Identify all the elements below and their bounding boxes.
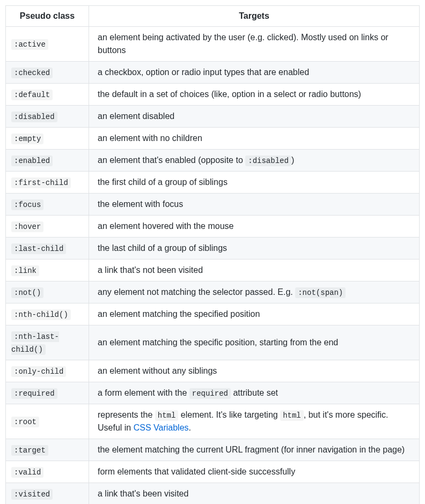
table-row: :focusthe element with focus — [6, 194, 420, 216]
targets-cell: represents the html element. It's like t… — [89, 404, 420, 439]
desc-text: the first child of a group of siblings — [98, 177, 228, 187]
pseudo-class-cell: :checked — [6, 62, 89, 84]
desc-text: an element that's enabled (opposite to — [98, 155, 245, 165]
inline-code: html — [280, 410, 304, 421]
desc-text: any element not matching the selector pa… — [98, 287, 295, 297]
desc-text: an element hovered with the mouse — [98, 221, 233, 231]
targets-cell: a link that's not been visited — [89, 260, 420, 281]
targets-cell: a link that's been visited — [89, 483, 420, 505]
table-row: :emptyan element with no children — [6, 128, 420, 150]
desc-text: attribute set — [231, 388, 278, 397]
desc-text: a link that's not been visited — [98, 265, 203, 275]
pseudo-class-cell: :enabled — [6, 150, 89, 172]
pseudo-class-code: :valid — [11, 467, 43, 478]
table-row: :rootrepresents the html element. It's l… — [6, 404, 420, 439]
table-row: :first-childthe first child of a group o… — [6, 172, 420, 194]
pseudo-class-code: :only-child — [11, 366, 66, 377]
desc-text: the default in a set of choices (like, o… — [98, 90, 361, 99]
table-row: :last-childthe last child of a group of … — [6, 238, 420, 260]
table-row: :targetthe element matching the current … — [6, 439, 420, 461]
desc-text: a link that's been visited — [98, 489, 188, 498]
pseudo-class-cell: :nth-child() — [6, 303, 89, 325]
desc-text: an element without any siblings — [98, 366, 217, 375]
pseudo-class-cell: :empty — [6, 128, 89, 150]
targets-cell: the element matching the current URL fra… — [89, 439, 420, 461]
table-row: :nth-last-child()an element matching the… — [6, 325, 420, 360]
desc-text: the element matching the current URL fra… — [98, 445, 405, 454]
doc-link[interactable]: CSS Variables — [134, 423, 189, 432]
pseudo-class-cell: :active — [6, 27, 89, 62]
targets-cell: any element not matching the selector pa… — [89, 281, 420, 303]
inline-code: html — [155, 410, 179, 421]
pseudo-class-cell: :not() — [6, 281, 89, 303]
pseudo-class-code: :target — [11, 445, 48, 456]
pseudo-class-code: :not() — [11, 287, 43, 298]
pseudo-class-table: Pseudo class Targets :activean element b… — [5, 5, 420, 504]
inline-code: required — [189, 388, 231, 399]
pseudo-class-cell: :only-child — [6, 360, 89, 382]
pseudo-class-cell: :last-child — [6, 238, 89, 260]
table-row: :validform elements that validated clien… — [6, 461, 420, 483]
desc-text: a form element with the — [98, 388, 189, 397]
pseudo-class-code: :empty — [11, 134, 43, 144]
table-row: :checkeda checkbox, option or radio inpu… — [6, 62, 420, 84]
pseudo-class-code: :visited — [11, 489, 53, 500]
targets-cell: an element matching the specified positi… — [89, 303, 420, 325]
inline-code: :disabled — [245, 155, 291, 166]
pseudo-class-cell: :target — [6, 439, 89, 461]
pseudo-class-code: :default — [11, 90, 53, 100]
header-pseudo-class: Pseudo class — [6, 6, 89, 27]
targets-cell: the element with focus — [89, 194, 420, 216]
pseudo-class-cell: :disabled — [6, 106, 89, 128]
targets-cell: an element that's enabled (opposite to :… — [89, 150, 420, 172]
table-row: :hoveran element hovered with the mouse — [6, 216, 420, 238]
targets-cell: a form element with the required attribu… — [89, 382, 420, 404]
pseudo-class-code: :focus — [11, 199, 43, 210]
targets-cell: an element disabled — [89, 106, 420, 128]
table-row: :disabledan element disabled — [6, 106, 420, 128]
pseudo-class-cell: :first-child — [6, 172, 89, 194]
header-targets: Targets — [89, 6, 420, 27]
pseudo-class-cell: :valid — [6, 461, 89, 483]
pseudo-class-cell: :hover — [6, 216, 89, 238]
targets-cell: an element without any siblings — [89, 360, 420, 382]
pseudo-class-code: :link — [11, 265, 39, 276]
desc-text: . — [189, 423, 191, 432]
targets-cell: an element being activated by the user (… — [89, 27, 420, 62]
pseudo-class-cell: :root — [6, 404, 89, 439]
pseudo-class-cell: :visited — [6, 483, 89, 505]
desc-text: an element matching the specific positio… — [98, 338, 338, 347]
targets-cell: an element with no children — [89, 128, 420, 150]
pseudo-class-code: :required — [11, 388, 57, 399]
table-row: :visiteda link that's been visited — [6, 483, 420, 505]
table-row: :only-childan element without any siblin… — [6, 360, 420, 382]
pseudo-class-cell: :focus — [6, 194, 89, 216]
inline-code: :not(span) — [295, 287, 346, 298]
pseudo-class-cell: :nth-last-child() — [6, 325, 89, 360]
desc-text: an element being activated by the user (… — [98, 33, 389, 55]
targets-cell: the first child of a group of siblings — [89, 172, 420, 194]
pseudo-class-code: :last-child — [11, 243, 66, 254]
pseudo-class-code: :enabled — [11, 155, 53, 166]
pseudo-class-code: :first-child — [11, 177, 71, 188]
pseudo-class-code: :disabled — [11, 112, 57, 122]
table-row: :not()any element not matching the selec… — [6, 281, 420, 303]
desc-text: represents the — [98, 410, 155, 419]
targets-cell: the last child of a group of siblings — [89, 238, 420, 260]
pseudo-class-cell: :required — [6, 382, 89, 404]
table-row: :requireda form element with the require… — [6, 382, 420, 404]
targets-cell: an element matching the specific positio… — [89, 325, 420, 360]
pseudo-class-cell: :link — [6, 260, 89, 281]
pseudo-class-code: :root — [11, 417, 39, 427]
desc-text: an element matching the specified positi… — [98, 309, 260, 318]
targets-cell: the default in a set of choices (like, o… — [89, 84, 420, 106]
table-row: :defaultthe default in a set of choices … — [6, 84, 420, 106]
desc-text: an element with no children — [98, 134, 202, 143]
pseudo-class-code: :nth-last-child() — [11, 331, 59, 355]
pseudo-class-code: :hover — [11, 221, 43, 232]
table-row: :nth-child()an element matching the spec… — [6, 303, 420, 325]
table-header-row: Pseudo class Targets — [6, 6, 420, 27]
table-row: :enabledan element that's enabled (oppos… — [6, 150, 420, 172]
targets-cell: form elements that validated client-side… — [89, 461, 420, 483]
pseudo-class-cell: :default — [6, 84, 89, 106]
